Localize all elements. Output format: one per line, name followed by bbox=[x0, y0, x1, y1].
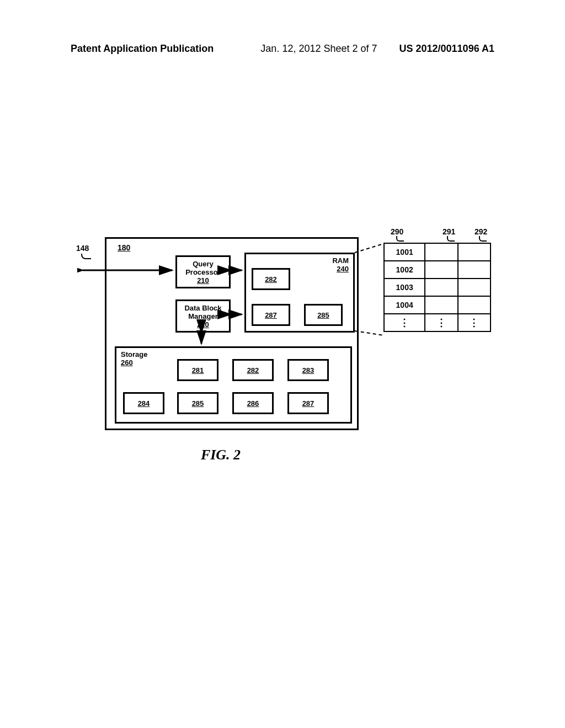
ram-name: RAM bbox=[332, 256, 349, 265]
header-mid: Jan. 12, 2012 Sheet 2 of 7 bbox=[260, 43, 377, 55]
ref-148-leader bbox=[81, 254, 91, 259]
cell-1002: 1002 bbox=[384, 261, 425, 279]
ram-block-287: 287 bbox=[252, 304, 290, 326]
storage-box: Storage 260 281 282 283 284 285 286 287 bbox=[115, 346, 352, 424]
ref-292: 292 bbox=[475, 227, 487, 236]
svg-line-4 bbox=[355, 244, 383, 253]
storage-block-284: 284 bbox=[123, 392, 164, 414]
table-row: 1002 bbox=[384, 261, 491, 279]
query-processor-block: Query Processor 210 bbox=[175, 255, 231, 288]
data-table: 1001 1002 1003 1004 ⋮ ⋮ ⋮ bbox=[383, 243, 491, 332]
ref-291: 291 bbox=[443, 227, 455, 236]
system-box: 180 Query Processor 210 Data Block Manag… bbox=[105, 237, 359, 430]
ellipsis-icon: ⋮ bbox=[425, 314, 457, 331]
ref-291-leader bbox=[447, 236, 455, 242]
ram-label: RAM 240 bbox=[332, 256, 349, 273]
page-header: Patent Application Publication Jan. 12, … bbox=[71, 43, 494, 55]
ref-148: 148 bbox=[76, 244, 89, 253]
ram-block-282: 282 bbox=[252, 268, 290, 290]
data-block-manager-block: Data Block Manager 220 bbox=[175, 299, 231, 333]
cell-1001: 1001 bbox=[384, 243, 425, 261]
figure-2: 148 180 Query Processor 210 Data Block M… bbox=[77, 215, 497, 458]
dbm-label: Data Block Manager bbox=[177, 304, 229, 320]
svg-line-5 bbox=[355, 331, 383, 335]
ref-292-leader bbox=[479, 236, 487, 242]
ram-box: RAM 240 282 287 285 bbox=[244, 253, 355, 333]
ref-240: 240 bbox=[337, 265, 349, 273]
ref-290: 290 bbox=[391, 227, 403, 236]
cell-1003: 1003 bbox=[384, 279, 425, 296]
table-row: 1001 bbox=[384, 243, 491, 261]
storage-label: Storage 260 bbox=[121, 350, 147, 367]
ref-210: 210 bbox=[197, 276, 209, 285]
storage-block-283: 283 bbox=[287, 359, 329, 381]
table-row: 1004 bbox=[384, 296, 491, 314]
storage-block-286: 286 bbox=[232, 392, 274, 414]
figure-caption: FIG. 2 bbox=[77, 447, 364, 463]
ref-260: 260 bbox=[121, 358, 133, 367]
ellipsis-icon: ⋮ bbox=[458, 314, 491, 331]
table-row-ellipsis: ⋮ ⋮ ⋮ bbox=[384, 314, 491, 331]
ref-220: 220 bbox=[197, 320, 209, 329]
ref-180: 180 bbox=[118, 243, 130, 252]
header-left: Patent Application Publication bbox=[71, 43, 214, 55]
ellipsis-icon: ⋮ bbox=[384, 314, 425, 331]
ram-block-285: 285 bbox=[304, 304, 343, 326]
storage-block-285: 285 bbox=[177, 392, 218, 414]
ref-290-leader bbox=[396, 236, 404, 242]
storage-name: Storage bbox=[121, 350, 147, 358]
cell-1004: 1004 bbox=[384, 296, 425, 314]
table-row: 1003 bbox=[384, 279, 491, 296]
storage-block-281: 281 bbox=[177, 359, 218, 381]
query-processor-label: Query Processor bbox=[177, 260, 229, 276]
storage-block-282: 282 bbox=[232, 359, 274, 381]
storage-block-287: 287 bbox=[287, 392, 329, 414]
header-right: US 2012/0011096 A1 bbox=[399, 43, 494, 55]
